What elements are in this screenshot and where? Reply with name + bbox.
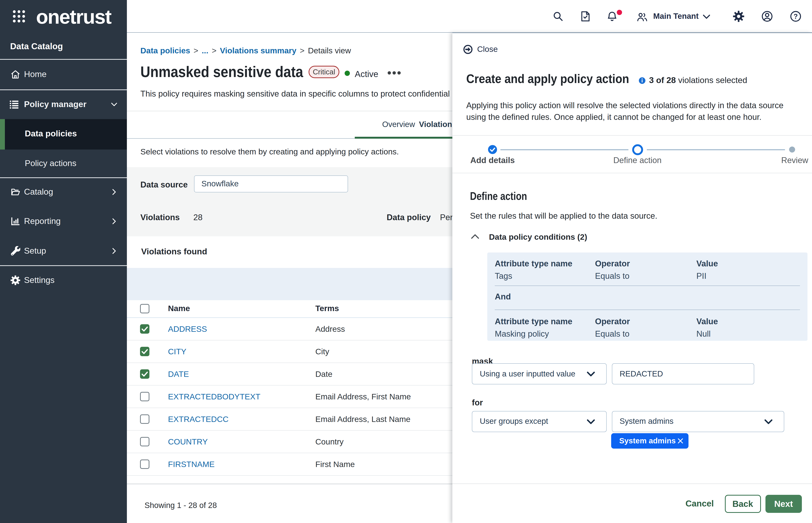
svg-text:?: ? — [794, 13, 798, 20]
